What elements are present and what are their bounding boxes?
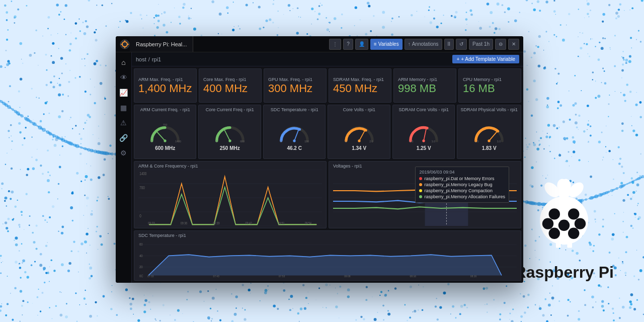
gauge-svg-core: 0 600: [212, 119, 248, 144]
svg-text:700: 700: [139, 185, 145, 190]
sidebar-icon-graph[interactable]: 📈: [117, 86, 131, 100]
stat-panel-cpu-mem: CPU Memory - rpi1 16 MB: [458, 68, 521, 103]
temp-chart-svg: 60 40 20 0C 07:33 07:43 07:53: [138, 239, 517, 278]
svg-point-40: [423, 139, 425, 142]
main-content: host / rpi1 + + Add Template Variable AR…: [132, 52, 523, 283]
tooltip-item-0: raspberry_pi.Dat or Memory Errors: [419, 176, 505, 181]
annotations-button[interactable]: ↑ Annotations: [405, 39, 442, 50]
svg-text:08:16: 08:16: [410, 275, 416, 278]
chart-arm-freq-svg: 1400 700 0 09:33 09:36 09:39: [138, 170, 322, 226]
tab-dashboard[interactable]: Raspberry Pi: Heal...: [130, 36, 193, 52]
svg-text:09:33: 09:33: [148, 221, 155, 225]
toolbar-actions: ⋮ ? 👤 ≡ Variables ↑ Annotations II ↺: [329, 39, 519, 50]
chart-arm-freq-area: 1400 700 0 09:33 09:36 09:39: [138, 170, 322, 226]
stat-row: ARM Max. Freq. - rpi1 1,400 MHz Core Max…: [134, 68, 521, 103]
svg-text:60: 60: [139, 243, 143, 246]
info-button[interactable]: ⋮: [329, 39, 341, 50]
temp-chart-panel: SDC Temperature - rpi1 60 40 20: [134, 230, 521, 281]
gauge-core-freq: Core Current Freq - rpi1 0 600 250 MHz: [198, 105, 261, 159]
gauge-svg-sdramphv: 1.0 3.0: [471, 119, 507, 144]
add-template-button[interactable]: + + Add Template Variable: [452, 55, 519, 63]
svg-text:40: 40: [139, 254, 143, 257]
svg-point-7: [542, 218, 553, 229]
svg-text:1.0: 1.0: [475, 140, 478, 143]
sidebar-icon-alert[interactable]: ⚠: [117, 116, 131, 130]
svg-point-11: [558, 220, 570, 231]
stat-panel-sdram-max: SDRAM Max. Freq. - rpi1 450 MHz: [329, 68, 391, 103]
svg-text:1400: 1400: [175, 140, 181, 143]
svg-line-31: [294, 129, 299, 141]
temp-chart-area: 60 40 20 0C 07:33 07:43 07:53: [138, 239, 517, 278]
variables-button[interactable]: ≡ Variables: [370, 39, 403, 50]
breadcrumb: host / rpi1: [136, 56, 161, 62]
svg-text:20: 20: [139, 265, 143, 269]
sidebar-icon-settings[interactable]: ⚙: [117, 146, 131, 160]
grafana-window: Raspberry Pi: Heal... ⋮ ? 👤 ≡ Variables …: [116, 36, 523, 283]
svg-point-36: [358, 139, 360, 142]
svg-point-32: [293, 139, 296, 142]
svg-text:0: 0: [139, 213, 141, 218]
temp-row: SDC Temperature - rpi1 60 40 20: [134, 230, 521, 281]
svg-text:2.0: 2.0: [369, 140, 373, 143]
svg-text:0: 0: [280, 140, 282, 143]
chart-row: ARM & Core Frequency - rpi1 1400: [134, 161, 521, 228]
stat-panel-gpu-max: GPU Max. Freq. - rpi1 300 MHz: [264, 68, 327, 103]
gauge-svg-corev: 0 2.0: [342, 119, 377, 144]
svg-point-6: [568, 208, 579, 219]
refresh-button[interactable]: ↺: [456, 39, 467, 50]
svg-text:09:39: 09:39: [213, 221, 220, 225]
title-tabs: Raspberry Pi: Heal...: [130, 36, 193, 52]
svg-line-23: [157, 132, 165, 141]
svg-text:07:33: 07:33: [147, 275, 154, 278]
pause-button[interactable]: II: [444, 39, 454, 50]
sidebar-icon-grid[interactable]: ▦: [117, 101, 131, 115]
svg-text:07:43: 07:43: [213, 275, 219, 278]
svg-rect-13: [568, 242, 573, 248]
tooltip-item-3: raspberry_pi.Memory Allocation Failures: [419, 194, 505, 199]
close-window-button[interactable]: ✕: [508, 39, 519, 50]
svg-line-27: [224, 130, 230, 140]
svg-point-24: [164, 139, 167, 142]
sidebar-icon-plugin[interactable]: 🔗: [117, 131, 131, 145]
svg-text:09:54: 09:54: [305, 221, 312, 225]
svg-text:700: 700: [163, 123, 168, 126]
svg-line-39: [424, 128, 426, 141]
svg-text:09:08: 09:08: [344, 275, 351, 278]
tooltip-item-2: raspberry_pi.Memory Compaction: [419, 188, 505, 193]
sidebar-icon-home[interactable]: ⌂: [117, 55, 131, 69]
dashboard-area: ⌂ 👁 📈 ▦ ⚠ 🔗 ⚙ host / rpi1 + + Add Templa…: [116, 52, 523, 283]
brand-name: Raspberry Pi: [515, 263, 614, 282]
svg-point-10: [568, 228, 579, 239]
svg-text:08:26: 08:26: [470, 275, 477, 278]
stat-panel-arm-max: ARM Max. Freq. - rpi1 1,400 MHz: [134, 68, 197, 103]
stat-panel-core-max: Core Max. Freq - rpi1 400 MHz: [199, 68, 262, 103]
gauge-sdram-phys-volts: SDRAM Physical Volts - rpi1 1.0 3.0 1.83…: [457, 105, 521, 159]
gauge-svg-sdramcv: 0.5 3.0: [406, 119, 441, 144]
svg-point-9: [549, 228, 560, 239]
svg-text:0: 0: [345, 140, 347, 143]
user-button[interactable]: 👤: [355, 39, 368, 50]
svg-text:600: 600: [240, 140, 245, 143]
zoom-out-button[interactable]: ⊖: [495, 39, 506, 50]
grafana-icon: [120, 39, 130, 49]
svg-text:0: 0: [151, 140, 152, 143]
chart-arm-freq: ARM & Core Frequency - rpi1 1400: [134, 161, 327, 228]
timerange-button[interactable]: Past 1h: [469, 39, 493, 50]
svg-rect-12: [556, 242, 561, 248]
sidebar-icon-search[interactable]: 👁: [117, 70, 131, 85]
gauge-sdc-temp: SDC Temperature - rpi1 0 100 46.2 C: [263, 105, 326, 159]
svg-point-28: [228, 139, 231, 142]
gauge-core-volts: Core Volts - rpi1 0 2.0 1.34 V: [328, 105, 390, 159]
svg-text:09:42: 09:42: [246, 221, 253, 225]
help-button[interactable]: ?: [343, 39, 353, 50]
chart-tooltip: 2019/06/03 09:04 raspberry_pi.Dat or Mem…: [415, 167, 509, 203]
svg-text:0: 0: [216, 140, 217, 143]
svg-text:1400: 1400: [139, 171, 146, 176]
gauge-svg-arm: 0 700 1400: [147, 119, 183, 144]
rpi-brand-area: Raspberry Pi: [515, 179, 614, 282]
gauge-sdram-core-volts: SDRAM Core Volts - rpi1 0.5 3.0 1.25 V: [392, 105, 455, 159]
svg-text:0C: 0C: [139, 274, 143, 277]
dashboard-toolbar: host / rpi1 + + Add Template Variable: [132, 52, 523, 66]
svg-line-35: [359, 130, 365, 140]
title-bar: Raspberry Pi: Heal... ⋮ ? 👤 ≡ Variables …: [116, 36, 523, 52]
